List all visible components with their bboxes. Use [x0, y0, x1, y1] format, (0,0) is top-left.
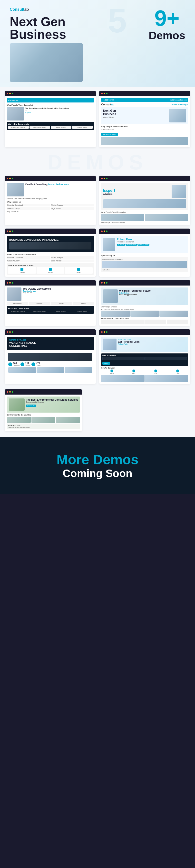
dot-red: [7, 230, 8, 232]
demo-card-wealth-finance: WEALTH & FINANCE WEALTH & FINANCECONSULT…: [5, 329, 96, 384]
bottom-text: Why choose us: [7, 211, 94, 213]
hero-image: [7, 183, 24, 196]
future-subtitle: Better Future: [119, 292, 186, 294]
freelancer-bottom-img: [102, 261, 187, 268]
free-consulting-label: Free Consulting ≡: [172, 103, 188, 106]
dot-yellow: [104, 331, 105, 333]
law-subtitle: Top Quality Law: [23, 290, 94, 292]
freelancer-photo: [103, 238, 115, 251]
env-hero: The Best Environmental Consulting Servic…: [7, 397, 80, 412]
book-appointment: Book an appointment: [119, 294, 186, 296]
opportunity-section: We've Big Opportunity Employment Plannin…: [7, 306, 94, 314]
explore-btn[interactable]: Explore: [25, 112, 94, 113]
dot-green: [106, 331, 108, 333]
more-demos-title: More Demos: [57, 452, 138, 467]
services-grid: Employment Planning Financial Consulting…: [8, 126, 93, 129]
law-features: Employment Financial Market Medical: [7, 302, 94, 305]
preview-hero-img: [169, 109, 186, 122]
env-img-1: [7, 417, 31, 423]
freelancer-info: Robert Dow Freelance Designer UI Design …: [117, 238, 186, 251]
expert-imgs-row: [101, 214, 188, 221]
dot-yellow: [104, 230, 105, 232]
wealth-stats: 384 Consultab 127 Projects: [8, 362, 92, 366]
demos-watermark: DEMOS: [5, 151, 190, 174]
loan-input-1[interactable]: [102, 357, 144, 360]
loan-form: How To Get Loan Submit: [101, 353, 188, 366]
logo-4: [167, 319, 188, 324]
expert-img-1: [101, 214, 144, 221]
why-choose-us: Why choose us: [7, 201, 94, 203]
card-body: WEALTH & FINANCE WEALTH & FINANCECONSULT…: [5, 335, 96, 376]
logo-2: [123, 319, 144, 324]
opportunity-section: We've Big Opportunity Employment Plannin…: [7, 122, 94, 130]
stat-icon-2: [21, 363, 24, 366]
our-services-label: OUR SERVICES: [101, 129, 188, 130]
freelancer-role: Freelance Designer: [117, 241, 186, 243]
law-feature: Employment: [7, 302, 28, 305]
stat-icon-1: [8, 363, 12, 366]
stat-icon-3: [31, 363, 35, 366]
loan-step-1: Apply: [101, 370, 122, 374]
freelancer-hero: Robert Dow Freelance Designer UI Design …: [101, 236, 188, 253]
expert-subtitle: Advisors: [103, 193, 170, 195]
balance-features: Financial Consultant Market Analysis Wea…: [7, 256, 94, 262]
give-business-title: Give Your Business A Boost: [8, 265, 93, 267]
balance-title: BUSINESS CONSULTING IN BALANCE.: [9, 238, 91, 241]
why-trust-preview: Why People Trust Consultab: [101, 126, 188, 128]
dot-green: [106, 282, 108, 284]
demo-card-consultab-main: Consultab Why People Trust Consultab We …: [5, 91, 96, 147]
hero-title: Excellent Consulting,Proven Performance: [25, 183, 94, 185]
expert-img-2: [145, 214, 188, 221]
balance-hero: BUSINESS CONSULTING IN BALANCE.: [7, 236, 94, 252]
env-row: The Best Environmental Consulting Servic…: [5, 387, 190, 433]
card-header: [5, 329, 96, 335]
biz-icon: [49, 268, 52, 271]
loan-input-2[interactable]: [145, 357, 187, 360]
dot-red: [7, 331, 8, 333]
oppty-item: Market Analysis: [51, 310, 72, 313]
card-header: [5, 91, 96, 96]
stat-info-2: 127 Projects: [25, 362, 30, 366]
env-section-label: Environmental Consulting: [7, 414, 80, 416]
hero-row: We Are A Successful & Sustainable Consul…: [7, 107, 94, 121]
dot-green: [12, 178, 13, 179]
env-imgs-row: [7, 417, 80, 423]
wealth-img-3: [64, 367, 92, 373]
demo-card-expert-advisors: Expert Advisors Why People Trust Consult…: [99, 176, 190, 225]
feature-item: Wealth Advisory: [7, 259, 50, 262]
demos-label: Demos: [149, 29, 185, 42]
expert-person-img: [172, 185, 186, 198]
stat-label-1: Consultab: [13, 365, 20, 366]
loan-step-4: Enjoy: [167, 370, 188, 374]
demos-section-row1: Consultab Why People Trust Consultab We …: [0, 87, 195, 437]
loan-hero-img: [103, 339, 116, 350]
card-header: [5, 280, 96, 285]
top-bar: +1-613-513780 mail@consaultab.com: [101, 98, 188, 102]
hero-content: We Are A Successful & Sustainable Consul…: [25, 107, 94, 121]
loan-title: Get Personal Loan: [118, 341, 186, 343]
dot-yellow: [9, 93, 11, 94]
stat-info-1: 384 Consultab: [13, 362, 20, 366]
demo-card-business-balance: BUSINESS CONSULTING IN BALANCE. Why Peop…: [5, 228, 96, 277]
we-are-best: We Are The Best Business Consulting Agen…: [7, 198, 94, 200]
card-header: [99, 176, 190, 181]
largest-expert: We are Largest Leadership Expert: [101, 317, 188, 319]
card-body: Robert Dow Freelance Designer UI Design …: [99, 234, 190, 274]
dot-yellow: [104, 282, 105, 284]
loan-submit-btn[interactable]: Submit: [102, 362, 110, 365]
company-logos: [101, 319, 188, 324]
card-header: [5, 389, 82, 395]
logo-suffix: ab: [24, 7, 29, 11]
why-trust-2: Why People Trust Consultab for: [101, 221, 188, 223]
feature-item: Legal Advisor: [51, 259, 94, 262]
loan-info: HOME / GET LOAN Get Personal Loan At Bes…: [118, 339, 186, 350]
card-header: [99, 280, 190, 285]
oppty-item: Financial Consulting: [29, 310, 50, 313]
view-all-services-btn[interactable]: View all Services: [101, 133, 118, 136]
professional-text: I'm Professional Freelancer: [102, 258, 187, 260]
env-contact-btn[interactable]: Contact Us: [26, 405, 36, 407]
dot-red: [101, 230, 103, 232]
balance-hero-img: [9, 242, 91, 249]
loan-inputs: [102, 357, 187, 360]
preview-title: Next GenBusiness: [103, 109, 168, 116]
